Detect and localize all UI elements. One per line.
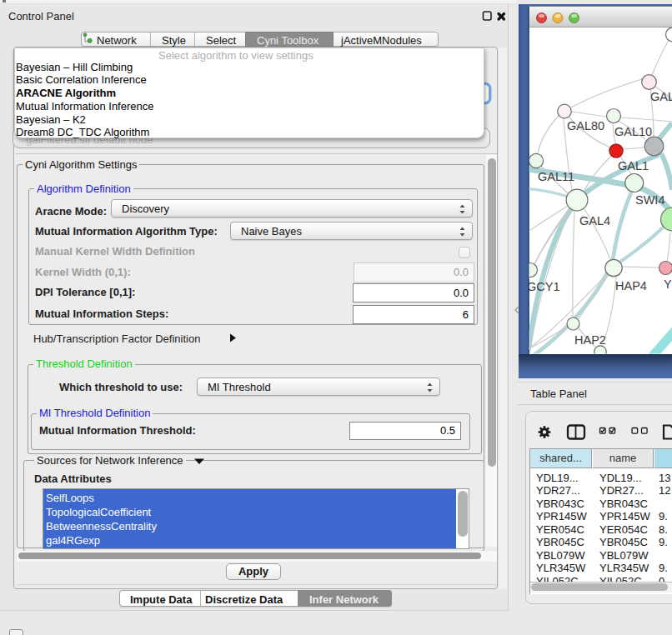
svg-text:GCY1: GCY1 (527, 280, 560, 293)
svg-text:GAL11: GAL11 (538, 170, 574, 183)
svg-text:GAL10: GAL10 (614, 125, 652, 138)
svg-text:GAL4: GAL4 (579, 214, 610, 228)
svg-text:GAL7: GAL7 (650, 90, 672, 103)
svg-text:SWI4: SWI4 (635, 193, 664, 207)
svg-text:GAL80: GAL80 (567, 119, 604, 132)
svg-text:YL: YL (664, 278, 672, 291)
svg-text:HAP2: HAP2 (574, 333, 606, 347)
svg-text:GAL1: GAL1 (618, 159, 649, 172)
svg-text:HAP4: HAP4 (615, 279, 647, 292)
